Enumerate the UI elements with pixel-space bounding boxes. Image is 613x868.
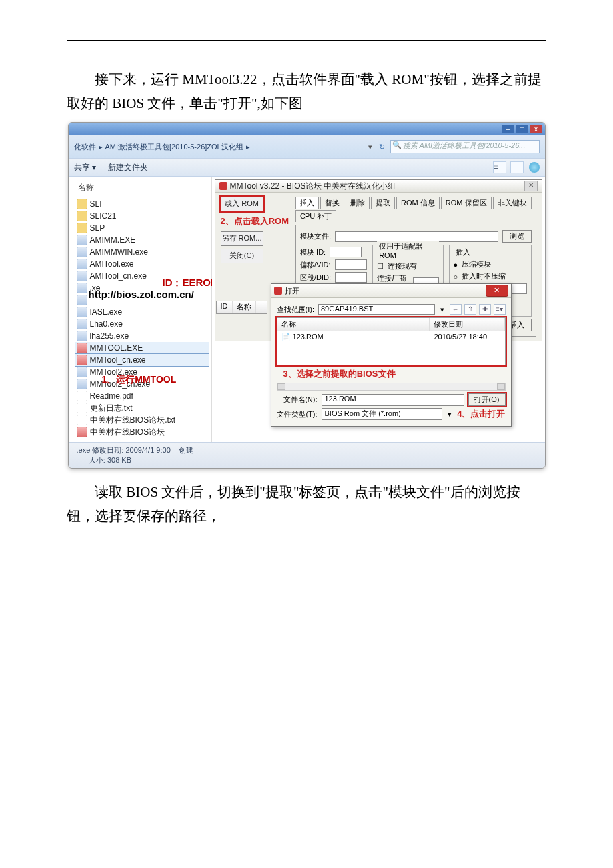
list-item[interactable]: Lha0.exe xyxy=(90,319,123,329)
link-existing-checkbox[interactable] xyxy=(377,262,384,271)
list-item[interactable]: 中关村在线BIOS论坛.txt xyxy=(90,415,176,426)
status-bar: .exe 修改日期: 2009/4/1 9:00 创建 大小: 308 KB xyxy=(69,442,545,468)
open-dialog-icon xyxy=(274,287,282,295)
mmtool-tabs: 插入 替换 删除 提取 ROM 信息 ROM 保留区 非关键块 CPU 补丁 xyxy=(295,197,536,222)
annotation-step3: 3、选择之前提取的BIOS文件 xyxy=(283,368,506,380)
filetype-select[interactable]: BIOS Rom 文件 (*.rom) xyxy=(322,408,443,420)
offset-vid-input[interactable] xyxy=(335,259,367,270)
filename-input[interactable]: 123.ROM xyxy=(322,394,464,406)
annotation-step1: 1、运行MMTOOL xyxy=(102,374,177,386)
list-item[interactable]: lha255.exe xyxy=(90,331,129,341)
tab-romhole[interactable]: ROM 保留区 xyxy=(441,197,492,209)
tab-replace[interactable]: 替换 xyxy=(320,197,344,209)
col-name: 名称 xyxy=(277,318,430,331)
nocompress-radio[interactable] xyxy=(454,273,458,281)
breadcrumb-folder: AMI激活终极工具包[2010-5-26]ZOL汉化组 xyxy=(105,142,243,152)
insert-legend: 插入 xyxy=(454,247,472,257)
dropdown-icon[interactable]: ▾ xyxy=(439,305,446,314)
file-list-pane: 名称 SLI SLIC21 SLP AMIMM.EXE AMIMMWIN.exe… xyxy=(69,177,212,442)
minimize-button[interactable]: – xyxy=(502,125,514,133)
list-item[interactable]: AMIMMWIN.exe xyxy=(90,247,148,257)
list-item[interactable]: SLI xyxy=(90,199,102,209)
id-name-table: ID 名称 xyxy=(216,301,267,314)
breadcrumb-root: 化软件 xyxy=(74,142,96,152)
help-icon[interactable] xyxy=(529,162,540,173)
new-folder-button[interactable]: 新建文件夹 xyxy=(108,162,148,173)
preview-pane-icon[interactable] xyxy=(510,161,524,173)
module-file-input[interactable] xyxy=(335,231,498,242)
close-button[interactable]: x xyxy=(530,125,542,133)
module-file-label: 模块文件: xyxy=(300,231,331,241)
watermark-url: http://bios.zol.com.cn/ xyxy=(89,289,194,300)
new-folder-icon[interactable]: ✚ xyxy=(479,304,491,315)
list-item[interactable]: IASL.exe xyxy=(90,307,123,317)
segment-did-label: 区段/DID: xyxy=(300,273,331,283)
maximize-button[interactable]: □ xyxy=(516,125,528,133)
open-dialog-title: 打开 xyxy=(285,286,299,296)
tab-ncb[interactable]: 非关键块 xyxy=(493,197,532,209)
list-item[interactable]: 中关村在线BIOS论坛 xyxy=(90,427,165,438)
tab-rominfo[interactable]: ROM 信息 xyxy=(396,197,440,209)
file-row-name[interactable]: 123.ROM xyxy=(293,333,324,341)
list-item[interactable]: MMTOOL.EXE xyxy=(90,343,143,353)
column-header-name[interactable]: 名称 xyxy=(75,181,209,195)
view-options-icon[interactable]: ≡ xyxy=(493,161,506,173)
mmtool-app-icon xyxy=(219,182,227,190)
module-id-input[interactable] xyxy=(330,247,362,257)
refresh-icon[interactable]: ↻ xyxy=(377,143,388,151)
segment-did-input[interactable] xyxy=(335,272,367,283)
lookin-label: 查找范围(I): xyxy=(277,305,314,315)
tab-delete[interactable]: 删除 xyxy=(346,197,370,209)
tab-extract[interactable]: 提取 xyxy=(371,197,395,209)
share-menu[interactable]: 共享 ▾ xyxy=(74,162,96,173)
dropdown-icon[interactable]: ▾ xyxy=(446,410,453,419)
list-item[interactable]: SLP xyxy=(90,223,105,233)
filetype-label: 文件类型(T): xyxy=(277,409,318,419)
file-browser-list[interactable]: 名称 修改日期 📄 123.ROM 2010/5/27 18:40 xyxy=(277,317,506,365)
window-titlebar: – □ x xyxy=(69,123,545,135)
address-bar: 化软件 ▸ AMI激活终极工具包[2010-5-26]ZOL汉化组 ▸ ▾ ↻ … xyxy=(69,135,545,158)
mmtool-close-icon[interactable]: ✕ xyxy=(524,181,538,191)
save-rom-button[interactable]: 另存 ROM... xyxy=(221,231,263,246)
open-dialog-close-button[interactable]: ✕ xyxy=(486,285,508,297)
list-item[interactable]: 更新日志.txt xyxy=(90,403,133,414)
mmtool-title: MMTool v3.22 - BIOS论坛 中关村在线汉化小组 xyxy=(230,181,396,192)
module-id-label: 模块 ID: xyxy=(300,247,326,257)
list-item[interactable]: MMTool_cn.exe xyxy=(90,355,146,365)
compress-radio[interactable] xyxy=(454,261,458,269)
screenshot-window: – □ x 化软件 ▸ AMI激活终极工具包[2010-5-26]ZOL汉化组 … xyxy=(68,122,546,469)
back-icon[interactable]: ← xyxy=(450,304,462,315)
close-rom-button[interactable]: 关闭(C) xyxy=(221,249,263,263)
paragraph-1: 接下来，运行 MMTool3.22，点击软件界面"载入 ROM"按钮，选择之前提… xyxy=(67,68,546,115)
views-icon[interactable]: ≡▾ xyxy=(494,304,506,315)
open-button[interactable]: 打开(O) xyxy=(468,393,506,406)
file-row-date: 2010/5/27 18:40 xyxy=(434,333,501,341)
paragraph-2: 读取 BIOS 文件后，切换到"提取"标签页，点击"模块文件"后的浏览按钮，选择… xyxy=(67,481,546,528)
adapter-rom-legend: 仅用于适配器 ROM xyxy=(377,241,438,259)
list-item[interactable]: AMIMM.EXE xyxy=(90,235,136,245)
load-rom-button[interactable]: 载入 ROM xyxy=(221,197,263,211)
col-date: 修改日期 xyxy=(430,318,505,331)
annotation-step4: 4、点击打开 xyxy=(457,408,505,420)
tab-cpupatch[interactable]: CPU 补丁 xyxy=(295,210,336,222)
id-column: ID xyxy=(217,301,233,313)
annotation-step2: 2、点击载入ROM xyxy=(221,215,289,227)
address-dropdown-icon[interactable]: ▾ xyxy=(366,143,374,151)
name-column: 名称 xyxy=(233,301,256,313)
breadcrumb[interactable]: 化软件 ▸ AMI激活终极工具包[2010-5-26]ZOL汉化组 ▸ xyxy=(74,142,366,152)
annotation-id: ID：EEROM xyxy=(162,277,219,289)
list-item[interactable]: AMITool.exe xyxy=(90,259,134,269)
list-item[interactable]: AMITool_cn.exe xyxy=(90,271,147,281)
filename-label: 文件名(N): xyxy=(277,395,318,405)
chevron-right-icon: ▸ xyxy=(99,143,103,151)
up-icon[interactable]: ⇧ xyxy=(464,304,476,315)
browse-button[interactable]: 浏览 xyxy=(502,230,532,243)
lookin-select[interactable]: 89GAP419.BST xyxy=(318,304,435,315)
mmtool-titlebar: MMTool v3.22 - BIOS论坛 中关村在线汉化小组 ✕ xyxy=(215,180,542,193)
horizontal-scrollbar[interactable] xyxy=(277,383,506,391)
chevron-right-icon: ▸ xyxy=(246,143,250,151)
list-item[interactable]: SLIC21 xyxy=(90,211,117,221)
list-item[interactable]: Readme.pdf xyxy=(90,391,133,401)
tab-insert[interactable]: 插入 xyxy=(295,197,319,209)
search-input[interactable]: 搜索 AMI激活终极工具包[2010-5-26... xyxy=(390,140,540,153)
